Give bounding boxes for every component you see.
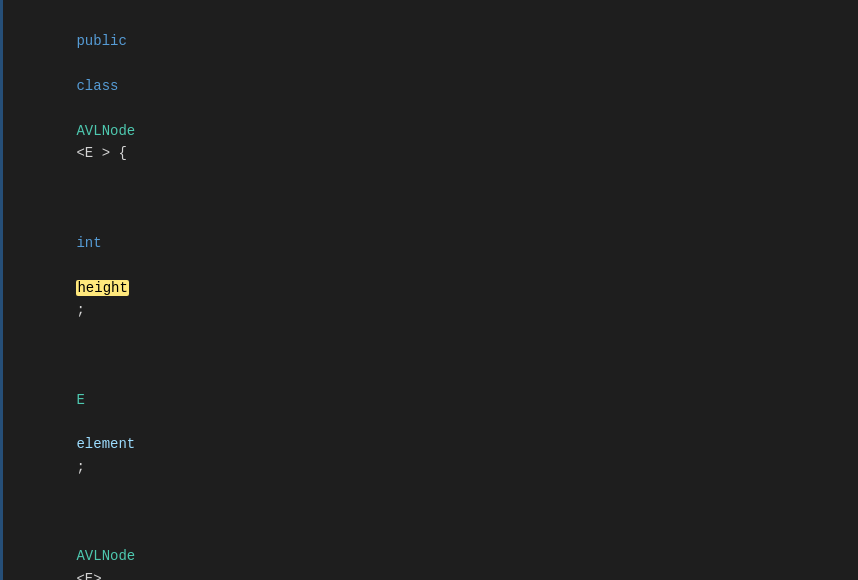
line-content: E element ; — [14, 344, 858, 501]
code-line: public class AVLNode <E > { — [0, 8, 858, 187]
punc: <E > { — [76, 145, 126, 161]
field-height-highlight: height — [76, 280, 128, 296]
type-E: E — [76, 392, 84, 408]
field-element: element — [76, 436, 135, 452]
type-avlnode: AVLNode — [76, 548, 135, 564]
code-line: int height ; — [0, 187, 858, 344]
line-content: public class AVLNode <E > { — [14, 8, 858, 187]
line-content: AVLNode <E> parent ; — [14, 501, 858, 580]
code-editor: public class AVLNode <E > { int height ;… — [0, 0, 858, 580]
line-content: int height ; — [14, 187, 858, 344]
class-name: AVLNode — [76, 123, 135, 139]
keyword-public: public — [76, 33, 126, 49]
keyword-int: int — [76, 235, 101, 251]
code-line: E element ; — [0, 344, 858, 501]
code-line: AVLNode <E> parent ; — [0, 501, 858, 580]
keyword-class: class — [76, 78, 118, 94]
